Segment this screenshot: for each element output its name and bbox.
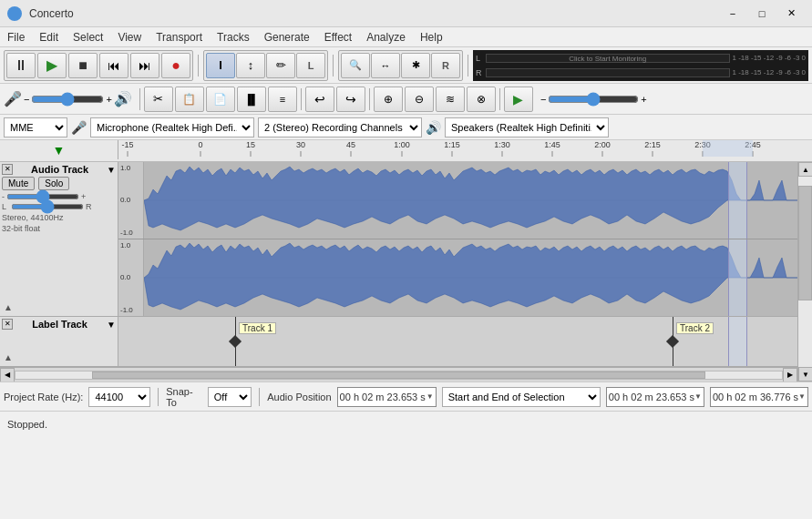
paste-button[interactable]: 📄 <box>206 86 235 112</box>
audio-track: ✕ Audio Track ▼ Mute Solo - + L R <box>0 162 797 317</box>
selection-highlight-bottom <box>728 239 747 317</box>
mic-button-l[interactable]: L <box>296 53 325 78</box>
menu-edit[interactable]: Edit <box>32 29 66 46</box>
separator-1 <box>198 55 199 76</box>
vscroll-up-button[interactable]: ▲ <box>798 162 812 177</box>
menu-tracks[interactable]: Tracks <box>210 29 257 46</box>
separator-7 <box>499 88 500 110</box>
project-rate-select[interactable]: 44100 <box>88 387 150 407</box>
next-button[interactable]: ⏭ <box>130 53 159 78</box>
zoom-fit-button[interactable]: ⊖ <box>405 86 434 112</box>
vscroll-track[interactable] <box>798 177 812 367</box>
trim-button[interactable]: ▐▌ <box>237 86 266 112</box>
microphone-select[interactable]: Microphone (Realtek High Defi... <box>90 117 254 137</box>
selection-start-input[interactable]: 00 h 02 m 23.653 s ▼ <box>606 387 704 407</box>
track-collapse-icon[interactable]: ▲ <box>4 302 13 312</box>
bottom-separator-1 <box>158 388 159 406</box>
input-gain-slider[interactable] <box>31 96 104 103</box>
vu-scale-r: 1 -18 -15 -12 -9 -6 -3 0 <box>733 54 806 62</box>
selection-end-input[interactable]: 00 h 02 m 36.776 s ▼ <box>710 387 808 407</box>
zoom-toggle-button[interactable]: ⊗ <box>467 86 496 112</box>
hscroll-thumb[interactable] <box>92 371 705 379</box>
label-track: ✕ Label Track ▼ ▲ Track 1 <box>0 317 797 367</box>
audio-position-dropdown[interactable]: ▼ <box>427 392 434 401</box>
audio-track-name: Audio Track <box>13 164 107 175</box>
record-button[interactable]: ● <box>161 53 190 78</box>
redo-button[interactable]: ↪ <box>336 86 365 112</box>
pan-slider[interactable] <box>11 204 84 209</box>
hscroll-track[interactable] <box>15 371 783 380</box>
snap-to-select[interactable]: Off <box>208 387 252 407</box>
pause-button[interactable]: ⏸ <box>6 53 36 78</box>
mic-button-r[interactable]: R <box>431 53 460 78</box>
device-bar: MME 🎤 Microphone (Realtek High Defi... 2… <box>0 115 812 140</box>
zoom-in-button[interactable]: 🔍 <box>341 53 370 78</box>
status-text: Stopped. <box>7 419 47 430</box>
close-button[interactable]: ✕ <box>777 4 805 24</box>
audio-track-close-button[interactable]: ✕ <box>2 164 13 175</box>
selection-highlight-top <box>728 162 747 239</box>
zoom-wav-button[interactable]: ≋ <box>436 86 465 112</box>
menu-help[interactable]: Help <box>413 29 450 46</box>
playback-plus: + <box>641 94 646 105</box>
label-track-dropdown-icon[interactable]: ▼ <box>107 320 116 330</box>
vu-meter-l[interactable]: Click to Start Monitoring <box>486 54 730 63</box>
menu-transport[interactable]: Transport <box>149 29 210 46</box>
multi-tool-button[interactable]: ✱ <box>401 53 430 78</box>
waveform-svg-top <box>144 162 797 239</box>
svg-text:1:00: 1:00 <box>394 140 410 149</box>
envelope-tool-button[interactable]: ↕ <box>236 53 265 78</box>
menu-file[interactable]: File <box>0 29 32 46</box>
label-track-collapse-icon[interactable]: ▲ <box>4 352 13 362</box>
select-tool-button[interactable]: I <box>206 53 235 78</box>
menu-view[interactable]: View <box>110 29 149 46</box>
mute-button[interactable]: Mute <box>2 177 35 190</box>
y-axis-top1: 1.0 <box>120 164 141 172</box>
fit-button[interactable]: ↔ <box>371 53 400 78</box>
status-bar: Stopped. <box>0 411 812 436</box>
menu-effect[interactable]: Effect <box>317 29 359 46</box>
ruler-arrow-icon: ▼ <box>53 143 66 158</box>
play-button[interactable]: ▶ <box>37 53 67 78</box>
audio-position-input[interactable]: 00 h 02 m 23.653 s ▼ <box>337 387 437 407</box>
minimize-button[interactable]: − <box>719 4 746 24</box>
vu-scale-r2: 1 -18 -15 -12 -9 -6 -3 0 <box>733 68 806 76</box>
speaker-select[interactable]: Speakers (Realtek High Definiti... <box>445 117 609 137</box>
vscroll-down-button[interactable]: ▼ <box>798 367 812 382</box>
hscroll-left-button[interactable]: ◀ <box>0 368 15 382</box>
label-diamond-1 <box>229 335 242 348</box>
audio-track-waveform[interactable]: 1.0 0.0 -1.0 1.0 <box>118 162 797 316</box>
separator-2 <box>333 55 334 76</box>
draw-tool-button[interactable]: ✏ <box>266 53 295 78</box>
label-track-close-button[interactable]: ✕ <box>2 319 13 330</box>
maximize-button[interactable]: □ <box>748 4 776 24</box>
undo-button[interactable]: ↩ <box>305 86 334 112</box>
selection-end-dropdown[interactable]: ▼ <box>798 392 806 401</box>
selection-start-dropdown[interactable]: ▼ <box>694 392 702 401</box>
plus-icon: + <box>106 94 111 105</box>
label-selection-highlight <box>728 317 747 366</box>
menu-analyze[interactable]: Analyze <box>359 29 413 46</box>
solo-button[interactable]: Solo <box>38 177 69 190</box>
playback-slider[interactable] <box>548 96 639 103</box>
vscroll-thumb[interactable] <box>798 186 812 300</box>
y-axis-bot2: -1.0 <box>120 306 141 314</box>
hscroll-right-button[interactable]: ▶ <box>783 368 797 382</box>
prev-button[interactable]: ⏮ <box>99 53 128 78</box>
api-select[interactable]: MME <box>4 117 67 137</box>
zoom-sel-button[interactable]: ⊕ <box>374 86 403 112</box>
copy-button[interactable]: 📋 <box>175 86 204 112</box>
app-icon <box>7 6 22 21</box>
vu-meter-r[interactable] <box>486 68 730 77</box>
svg-text:-15: -15 <box>121 140 133 149</box>
stop-button[interactable]: ■ <box>68 53 98 78</box>
selection-type-select[interactable]: Start and End of Selection <box>442 387 601 407</box>
playback-start-button[interactable]: ▶ <box>504 86 533 112</box>
mic-icon: 🎤 <box>4 90 22 107</box>
silence-button[interactable]: ≡ <box>268 86 297 112</box>
menu-generate[interactable]: Generate <box>257 29 317 46</box>
menu-select[interactable]: Select <box>66 29 110 46</box>
audio-track-dropdown-icon[interactable]: ▼ <box>107 165 116 175</box>
cut-button[interactable]: ✂ <box>144 86 173 112</box>
channels-select[interactable]: 2 (Stereo) Recording Channels <box>258 117 422 137</box>
